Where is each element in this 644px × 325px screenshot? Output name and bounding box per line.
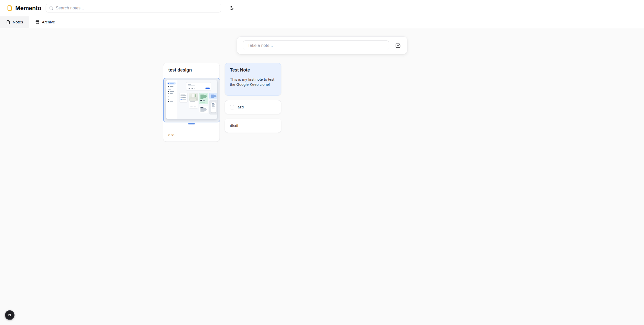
- user-avatar-initial: N: [8, 313, 11, 317]
- notes-grid: test design: [163, 63, 481, 142]
- checklist-item-label: azd: [238, 105, 244, 110]
- theme-toggle-button[interactable]: [228, 5, 235, 12]
- app-title: Memento: [15, 5, 41, 12]
- note-image-thumbnail[interactable]: [163, 78, 220, 122]
- tab-bar: Notes Archive: [0, 16, 644, 28]
- note-body: This is my first note to test the Google…: [225, 73, 281, 92]
- note-body: dza: [163, 124, 220, 137]
- notes-column-1: test design: [163, 63, 220, 142]
- notes-main: test design: [0, 36, 644, 142]
- search-icon: [49, 6, 53, 10]
- tab-notes[interactable]: Notes: [0, 16, 29, 28]
- app-logo-file-icon: [7, 5, 12, 11]
- tab-archive-label: Archive: [42, 20, 55, 24]
- search-box: [46, 4, 221, 12]
- check-square-icon: [395, 43, 401, 48]
- search-input[interactable]: [53, 6, 221, 10]
- note-card-test-note[interactable]: Test Note This is my first note to test …: [225, 63, 281, 96]
- thumbnail-mini-content: [177, 80, 217, 119]
- checklist-checkbox[interactable]: [230, 105, 234, 109]
- file-icon: [6, 20, 10, 24]
- app-header: Memento: [0, 0, 644, 16]
- tab-notes-label: Notes: [13, 20, 23, 24]
- new-checklist-button[interactable]: [395, 42, 401, 49]
- notes-column-2: Test Note This is my first note to test …: [225, 63, 281, 133]
- note-card-azd[interactable]: azd: [225, 100, 281, 114]
- note-body: dfsdf: [230, 123, 238, 128]
- thumbnail-mini-sidebar: [166, 80, 177, 119]
- moon-icon: [229, 6, 234, 10]
- note-card-dfsdf[interactable]: dfsdf: [225, 119, 281, 133]
- archive-icon: [35, 20, 39, 24]
- take-note-input[interactable]: [243, 40, 389, 50]
- tab-archive[interactable]: Archive: [29, 16, 61, 28]
- user-avatar[interactable]: N: [5, 310, 15, 320]
- note-composer: [237, 36, 407, 54]
- note-title: test design: [163, 63, 220, 73]
- note-title: Test Note: [225, 63, 281, 73]
- note-card-test-design[interactable]: test design: [163, 63, 220, 142]
